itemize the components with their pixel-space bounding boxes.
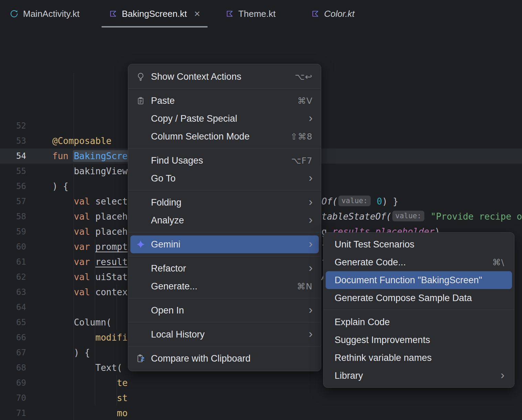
menu-item-local-history[interactable]: Local History› xyxy=(130,325,319,343)
menu-item-label: Unit Test Scenarios xyxy=(335,239,414,250)
editor-tab-theme-kt[interactable]: Theme.kt xyxy=(216,0,285,27)
menu-shortcut: ⌘N xyxy=(289,281,313,291)
code-text-right: Of(value: 0) } xyxy=(322,194,398,209)
menu-shortcut: ⇧⌘8 xyxy=(282,132,313,142)
menu-item-explain-code[interactable]: Explain Code xyxy=(326,313,512,331)
menu-item-label: Compare with Clipboard xyxy=(151,353,251,364)
menu-item-go-to[interactable]: Go To› xyxy=(130,169,319,187)
code-text: var result xyxy=(52,254,128,269)
line-number[interactable]: 59 xyxy=(0,224,26,239)
menu-item-open-in[interactable]: Open In› xyxy=(130,301,319,319)
menu-item-label: Folding xyxy=(151,197,182,208)
chevron-right-icon: › xyxy=(301,213,313,225)
code-text-right: tableStateOf(value: "Provide recipe of xyxy=(322,209,522,224)
line-number[interactable]: 64 xyxy=(0,300,26,315)
line-number[interactable]: 65 xyxy=(0,315,26,330)
line-number[interactable]: 63 xyxy=(0,285,26,300)
menu-item-label: Paste xyxy=(151,96,175,106)
menu-item-show-context-actions[interactable]: Show Context Actions⌥↩ xyxy=(130,68,319,86)
menu-item-paste[interactable]: Paste⌘V xyxy=(130,92,319,110)
menu-item-label: Rethink variable names xyxy=(335,353,432,363)
menu-item-unit-test-scenarios[interactable]: Unit Test Scenarios xyxy=(326,235,512,253)
editor-tab-bakingscreen-kt[interactable]: BakingScreen.kt× xyxy=(99,0,210,27)
menu-item-label: Document Function "BakingScreen" xyxy=(335,275,482,286)
ide-window: MainActivity.ktBakingScreen.kt×Theme.ktC… xyxy=(0,0,522,27)
code-text: val placeh xyxy=(52,209,128,224)
menu-item-label: Gemini xyxy=(151,239,181,250)
tab-label: Theme.kt xyxy=(238,9,275,19)
code-text: val contex xyxy=(52,285,128,300)
menu-item-gemini[interactable]: Gemini› xyxy=(130,235,319,253)
line-number[interactable]: 67 xyxy=(0,345,26,360)
paste-icon xyxy=(135,97,146,105)
menu-item-label: Explain Code xyxy=(335,317,390,328)
code-text: bakingView xyxy=(52,164,128,179)
code-text: @Composable xyxy=(52,133,111,148)
line-number[interactable]: 53 xyxy=(0,133,26,148)
tab-label: Color.kt xyxy=(324,9,355,19)
chevron-right-icon: › xyxy=(301,262,313,273)
menu-item-label: Show Context Actions xyxy=(151,71,241,82)
menu-item-library[interactable]: Library› xyxy=(326,367,512,385)
code-line[interactable]: 70 st xyxy=(0,390,522,406)
menu-item-compare-with-clipboard[interactable]: Compare with Clipboard xyxy=(130,350,319,367)
code-text: var prompt xyxy=(52,239,128,254)
code-text: mo xyxy=(52,406,128,420)
close-icon[interactable]: × xyxy=(194,9,200,19)
code-text: st xyxy=(52,390,128,406)
menu-shortcut: ⌥↩ xyxy=(286,72,313,82)
chevron-right-icon: › xyxy=(492,369,504,380)
editor-tab-color-kt[interactable]: Color.kt xyxy=(302,0,364,27)
line-number[interactable]: 52 xyxy=(0,118,26,133)
line-number[interactable]: 69 xyxy=(0,375,26,390)
menu-shortcut: ⌥F7 xyxy=(283,156,313,166)
menu-item-folding[interactable]: Folding› xyxy=(130,194,319,211)
menu-item-label: Generate Compose Sample Data xyxy=(335,293,472,303)
line-number[interactable]: 68 xyxy=(0,360,26,375)
menu-item-generate-code[interactable]: Generate Code...⌘\ xyxy=(326,253,512,271)
menu-shortcut: ⌘V xyxy=(289,96,313,106)
line-number[interactable]: 56 xyxy=(0,179,26,194)
line-number[interactable]: 58 xyxy=(0,209,26,224)
gemini-icon xyxy=(135,240,146,249)
menu-item-analyze[interactable]: Analyze› xyxy=(130,211,319,229)
code-text: te xyxy=(52,375,128,390)
menu-item-label: Refactor xyxy=(151,263,186,274)
menu-item-label: Suggest Improvements xyxy=(335,335,430,345)
line-number[interactable]: 57 xyxy=(0,194,26,209)
line-number[interactable]: 61 xyxy=(0,254,26,269)
menu-item-label: Analyze xyxy=(151,215,184,226)
bulb-icon xyxy=(135,72,146,81)
menu-item-label: Generate... xyxy=(151,281,197,292)
line-number[interactable]: 54 xyxy=(0,148,26,164)
menu-item-column-selection-mode[interactable]: Column Selection Mode⇧⌘8 xyxy=(130,128,319,145)
kotlin-icon xyxy=(311,10,319,18)
menu-item-document-function-bakingscreen[interactable]: Document Function "BakingScreen" xyxy=(326,271,512,289)
line-number[interactable]: 60 xyxy=(0,239,26,254)
menu-separator xyxy=(128,232,321,232)
line-number[interactable]: 71 xyxy=(0,406,26,420)
chevron-right-icon: › xyxy=(301,303,313,315)
menu-separator xyxy=(128,298,321,298)
editor-tab-mainactivity-kt[interactable]: MainActivity.kt xyxy=(0,0,89,27)
chevron-right-icon: › xyxy=(301,237,313,249)
menu-item-label: Library xyxy=(335,371,363,381)
menu-item-label: Local History xyxy=(151,329,205,340)
menu-item-generate-compose-sample-data[interactable]: Generate Compose Sample Data xyxy=(326,289,512,307)
menu-item-rethink-variable-names[interactable]: Rethink variable names xyxy=(326,349,512,367)
menu-item-find-usages[interactable]: Find Usages⌥F7 xyxy=(130,152,319,169)
code-text: val select xyxy=(52,194,128,209)
menu-item-suggest-improvements[interactable]: Suggest Improvements xyxy=(326,331,512,349)
code-line[interactable]: 71 mo xyxy=(0,406,522,420)
line-number[interactable]: 70 xyxy=(0,390,26,406)
line-number[interactable]: 66 xyxy=(0,330,26,345)
menu-item-label: Generate Code... xyxy=(335,257,406,268)
line-number[interactable]: 55 xyxy=(0,164,26,179)
context-menu: Show Context Actions⌥↩Paste⌘VCopy / Past… xyxy=(128,64,321,371)
parameter-name-hint: value: xyxy=(338,196,371,206)
menu-item-refactor[interactable]: Refactor› xyxy=(130,259,319,277)
line-number[interactable]: 62 xyxy=(0,269,26,285)
menu-item-copy-paste-special[interactable]: Copy / Paste Special› xyxy=(130,110,319,128)
menu-item-generate[interactable]: Generate...⌘N xyxy=(130,277,319,295)
menu-item-label: Column Selection Mode xyxy=(151,131,250,142)
